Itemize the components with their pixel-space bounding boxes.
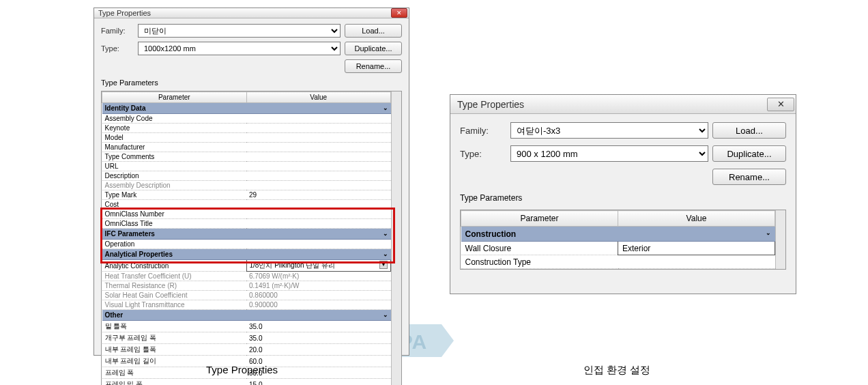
param-name: OmniClass Number: [102, 210, 247, 219]
load-button[interactable]: Load...: [712, 122, 786, 139]
table-row[interactable]: Type Comments: [102, 152, 391, 162]
type-label: Type:: [101, 44, 134, 53]
param-name: 내부 프레임 틀폭: [102, 344, 247, 356]
param-name: Wall Closure: [461, 242, 618, 255]
close-icon: ✕: [396, 10, 402, 16]
grid-scrollbar[interactable]: [391, 91, 401, 385]
collapse-icon[interactable]: ⌄: [383, 251, 388, 257]
family-label: Family:: [101, 27, 134, 35]
table-row[interactable]: Wall Closure Exterior: [461, 242, 775, 255]
param-value[interactable]: [246, 219, 391, 229]
table-row[interactable]: OmniClass Number: [102, 210, 391, 219]
param-value[interactable]: Exterior: [618, 242, 775, 255]
param-name: Thermal Resistance (R): [102, 281, 247, 291]
collapse-icon[interactable]: ⌄: [383, 104, 388, 111]
family-select[interactable]: 여닫이-3x3: [510, 122, 708, 139]
table-row[interactable]: 개구부 프레임 폭35.0: [102, 332, 391, 344]
param-value[interactable]: [246, 210, 391, 219]
duplicate-button[interactable]: Duplicate...: [712, 145, 786, 162]
param-value[interactable]: 6.7069 W/(m²·K): [246, 272, 391, 281]
param-value[interactable]: [246, 114, 391, 124]
table-row[interactable]: Analytic Construction1/8인치 Pilkington 단일…: [102, 260, 391, 272]
param-name: Type Mark: [102, 190, 247, 200]
table-row[interactable]: Operation: [102, 240, 391, 249]
col-parameter[interactable]: Parameter: [461, 211, 618, 227]
table-row[interactable]: Assembly Description: [102, 181, 391, 190]
rename-button[interactable]: Rename...: [345, 59, 402, 73]
param-value[interactable]: 20.0: [246, 344, 391, 356]
table-row[interactable]: OmniClass Title: [102, 219, 391, 229]
table-row[interactable]: 내부 프레임 틀폭20.0: [102, 344, 391, 356]
table-row[interactable]: Model: [102, 133, 391, 143]
collapse-icon[interactable]: ⌄: [383, 230, 388, 237]
param-value[interactable]: 1/8인치 Pilkington 단일 유리▼: [246, 260, 391, 272]
table-row[interactable]: 프레임 밑 폭15.0: [102, 379, 391, 386]
chevron-down-icon[interactable]: ▼: [379, 261, 388, 269]
param-value[interactable]: [246, 162, 391, 171]
param-name: Solar Heat Gain Coefficient: [102, 291, 247, 300]
table-row[interactable]: Manufacturer: [102, 143, 391, 152]
param-value[interactable]: [246, 124, 391, 133]
param-value[interactable]: [246, 152, 391, 162]
param-value[interactable]: 0.1491 (m²·K)/W: [246, 281, 391, 291]
load-button[interactable]: Load...: [345, 24, 402, 38]
group-header[interactable]: Identity Data⌄: [102, 103, 391, 114]
param-value[interactable]: 15.0: [246, 379, 391, 386]
parameters-grid[interactable]: Parameter Value Identity Data⌄Assembly C…: [102, 91, 391, 385]
table-row[interactable]: Keynote: [102, 124, 391, 133]
col-value[interactable]: Value: [246, 92, 391, 103]
close-button[interactable]: ✕: [391, 8, 407, 18]
grid-scrollbar[interactable]: [775, 210, 785, 269]
table-row[interactable]: Cost: [102, 200, 391, 210]
collapse-icon[interactable]: ⌄: [766, 229, 771, 236]
duplicate-button[interactable]: Duplicate...: [345, 42, 402, 55]
param-name: 프레임 밑 폭: [102, 379, 247, 386]
col-value[interactable]: Value: [618, 211, 775, 227]
param-value[interactable]: [246, 143, 391, 152]
table-row[interactable]: Description: [102, 171, 391, 181]
table-row[interactable]: Visual Light Transmittance0.900000: [102, 300, 391, 310]
type-select[interactable]: 900 x 1200 mm: [510, 145, 708, 162]
param-name: Visual Light Transmittance: [102, 300, 247, 310]
parameters-grid[interactable]: Parameter Value Construction⌄ Wall Closu…: [461, 210, 775, 269]
collapse-icon[interactable]: ⌄: [383, 311, 388, 318]
table-row[interactable]: Solar Heat Gain Coefficient0.860000: [102, 291, 391, 300]
rename-button[interactable]: Rename...: [712, 169, 786, 185]
type-select[interactable]: 1000x1200 mm: [138, 42, 341, 55]
caption-left: Type Properties: [206, 364, 278, 375]
type-properties-dialog-right: Type Properties ✕ Family: 여닫이-3x3 Load..…: [450, 94, 796, 294]
param-value[interactable]: [246, 200, 391, 210]
param-name: URL: [102, 162, 247, 171]
param-name: Analytic Construction: [102, 260, 247, 272]
group-header[interactable]: Other⌄: [102, 310, 391, 321]
param-value[interactable]: [246, 240, 391, 249]
param-value[interactable]: [246, 171, 391, 181]
table-row[interactable]: Thermal Resistance (R)0.1491 (m²·K)/W: [102, 281, 391, 291]
parameters-grid-wrap: Parameter Value Identity Data⌄Assembly C…: [101, 91, 402, 385]
param-name: Type Comments: [102, 152, 247, 162]
table-row[interactable]: Construction Type: [461, 255, 775, 269]
close-icon: ✕: [777, 99, 785, 109]
param-value[interactable]: 35.0: [246, 321, 391, 332]
param-value[interactable]: [246, 181, 391, 190]
table-row[interactable]: Type Mark29: [102, 190, 391, 200]
table-row[interactable]: Heat Transfer Coefficient (U)6.7069 W/(m…: [102, 272, 391, 281]
table-row[interactable]: Assembly Code: [102, 114, 391, 124]
param-value[interactable]: [618, 255, 775, 269]
param-value[interactable]: 29: [246, 190, 391, 200]
param-value[interactable]: [246, 133, 391, 143]
group-header[interactable]: IFC Parameters⌄: [102, 229, 391, 240]
close-button[interactable]: ✕: [767, 98, 794, 111]
param-value[interactable]: 0.860000: [246, 291, 391, 300]
table-row[interactable]: 밑 틀폭35.0: [102, 321, 391, 332]
col-parameter[interactable]: Parameter: [102, 92, 247, 103]
group-construction[interactable]: Construction⌄: [461, 227, 775, 242]
family-select[interactable]: 미닫이: [138, 24, 341, 38]
param-value[interactable]: 35.0: [246, 332, 391, 344]
table-row[interactable]: URL: [102, 162, 391, 171]
param-name: Manufacturer: [102, 143, 247, 152]
type-label: Type:: [460, 149, 506, 159]
param-value[interactable]: 0.900000: [246, 300, 391, 310]
param-name: Keynote: [102, 124, 247, 133]
group-header[interactable]: Analytical Properties⌄: [102, 249, 391, 260]
